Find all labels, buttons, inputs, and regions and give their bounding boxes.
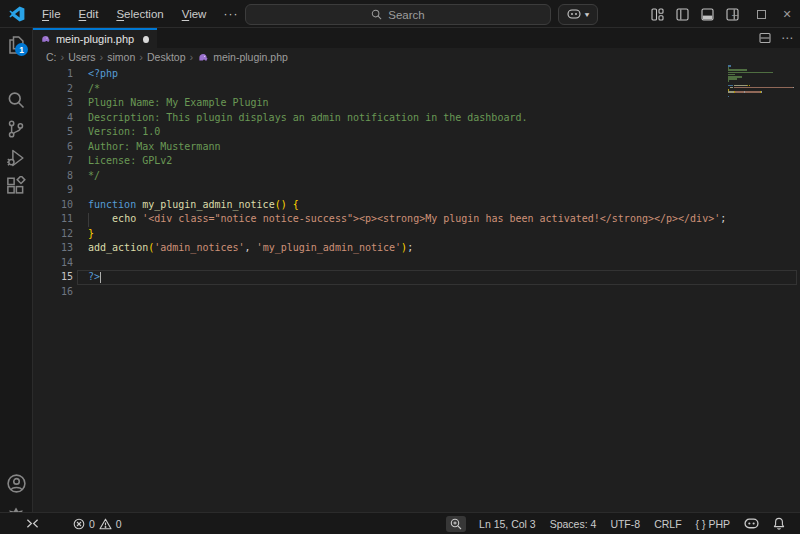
toggle-panel-button[interactable] [695, 0, 720, 28]
code-line[interactable]: add_action('admin_notices', 'my_plugin_a… [88, 241, 726, 256]
remote-indicator-button[interactable] [26, 518, 39, 529]
code-line[interactable] [88, 256, 726, 271]
line-number: 15 [33, 270, 73, 285]
status-cursor-position[interactable]: Ln 15, Col 3 [472, 513, 543, 534]
line-number: 11 [33, 212, 73, 227]
copilot-icon [744, 518, 759, 530]
accounts-button[interactable] [0, 469, 32, 497]
line-number: 1 [33, 67, 73, 82]
code-line[interactable]: echo '<div class="notice notice-success"… [88, 212, 726, 227]
code-line[interactable]: License: GPLv2 [88, 154, 726, 169]
line-number: 7 [33, 154, 73, 169]
minimap[interactable] [728, 65, 798, 100]
line-number: 3 [33, 96, 73, 111]
menu-file[interactable]: File [33, 1, 70, 27]
breadcrumb-item[interactable]: Users [67, 51, 96, 63]
window-controls: – ✕ [722, 0, 800, 28]
explorer-view-button[interactable]: 1 [0, 31, 32, 59]
menu-view[interactable]: View [173, 1, 216, 27]
line-number: 6 [33, 140, 73, 155]
tab-label: mein-plugin.php [56, 33, 134, 45]
status-eol-sequence[interactable]: CRLF [647, 513, 688, 534]
split-editor-button[interactable] [759, 32, 771, 44]
code-line[interactable]: ?> [88, 270, 726, 285]
zoom-status-button[interactable] [446, 516, 466, 532]
line-number: 8 [33, 169, 73, 184]
breadcrumb: C:›Users›simon›Desktop› mein-plugin.php [33, 48, 800, 66]
error-count: 0 [89, 518, 95, 530]
status-bar: 0 0 Ln 15, Col 3Spaces: 4UTF-8CRLF{ } PH… [0, 512, 800, 534]
indent-guide [88, 213, 89, 227]
code-line[interactable]: } [88, 227, 726, 242]
code-line[interactable]: <?php [88, 67, 726, 82]
breadcrumb-separator-icon: › [139, 51, 143, 63]
line-number: 13 [33, 241, 73, 256]
breadcrumb-separator-icon: › [61, 51, 65, 63]
line-number: 12 [33, 227, 73, 242]
line-number: 9 [33, 183, 73, 198]
source-control-view-button[interactable] [0, 115, 32, 143]
breadcrumb-item[interactable]: Desktop [146, 51, 187, 63]
menu-edit[interactable]: Edit [70, 1, 108, 27]
extensions-view-button[interactable] [0, 172, 32, 200]
close-button[interactable]: ✕ [774, 0, 800, 28]
command-center-search[interactable]: Search [245, 4, 551, 25]
menu-bar: FileEditSelectionView [33, 0, 215, 27]
editor-more-actions-button[interactable]: ⋯ [781, 31, 794, 45]
status-indentation[interactable]: Spaces: 4 [543, 513, 604, 534]
text-cursor [100, 272, 101, 283]
modified-dot-icon[interactable] [143, 36, 149, 43]
problems-button[interactable]: 0 0 [73, 518, 122, 530]
code-line[interactable]: /* [88, 82, 726, 97]
bell-icon [773, 517, 785, 530]
notifications-bell-button[interactable] [766, 513, 792, 534]
maximize-button[interactable] [748, 0, 774, 28]
search-placeholder: Search [388, 9, 424, 21]
toggle-primary-sidebar-button[interactable] [670, 0, 695, 28]
activity-bar: 1 [0, 28, 33, 512]
breadcrumb-separator-icon: › [100, 51, 104, 63]
line-number: 4 [33, 111, 73, 126]
php-file-icon [41, 34, 51, 44]
line-number: 2 [33, 82, 73, 97]
code-lines: <?php/*Plugin Name: My Example PluginDes… [88, 67, 726, 299]
php-file-icon [198, 53, 209, 62]
line-number: 5 [33, 125, 73, 140]
code-line[interactable]: Description: This plugin displays an adm… [88, 111, 726, 126]
breadcrumb-file[interactable]: mein-plugin.php [212, 51, 289, 63]
title-bar: FileEditSelectionView ··· ← → Search ▾ [0, 0, 800, 28]
copilot-status-button[interactable] [737, 513, 766, 534]
menu-overflow-button[interactable]: ··· [215, 7, 246, 21]
code-line[interactable]: Plugin Name: My Example Plugin [88, 96, 726, 111]
menu-selection[interactable]: Selection [107, 1, 172, 27]
explorer-badge: 1 [15, 43, 28, 56]
warning-icon [99, 518, 112, 530]
customize-layout-button[interactable] [645, 0, 670, 28]
editor-group: C:›Users›simon›Desktop› mein-plugin.php … [33, 48, 800, 512]
run-debug-view-button[interactable] [0, 144, 32, 172]
copilot-icon [567, 9, 581, 20]
code-line[interactable]: Author: Max Mustermann [88, 140, 726, 155]
search-view-button[interactable] [0, 86, 32, 114]
zoom-in-icon [450, 518, 462, 530]
minimize-button[interactable]: – [722, 0, 748, 28]
vscode-window: FileEditSelectionView ··· ← → Search ▾ [0, 0, 800, 534]
code-line[interactable]: Version: 1.0 [88, 125, 726, 140]
code-line[interactable]: function my_plugin_admin_notice() { [88, 198, 726, 213]
status-language-mode[interactable]: { } PHP [689, 513, 737, 534]
code-line[interactable]: */ [88, 169, 726, 184]
code-editor[interactable]: 12345678910111213141516 <?php/*Plugin Na… [33, 67, 800, 512]
minimap-line [728, 98, 798, 100]
tab-actions: ⋯ [759, 28, 794, 48]
error-icon [73, 518, 85, 530]
code-line[interactable] [88, 183, 726, 198]
copilot-button[interactable]: ▾ [558, 4, 598, 25]
line-number: 14 [33, 256, 73, 271]
code-line[interactable] [88, 285, 726, 300]
breadcrumb-separator-icon: › [189, 51, 193, 63]
tab-mein-plugin[interactable]: mein-plugin.php [33, 28, 157, 48]
breadcrumb-item[interactable]: C: [45, 51, 58, 63]
breadcrumb-item[interactable]: simon [106, 51, 136, 63]
status-encoding[interactable]: UTF-8 [603, 513, 647, 534]
line-number-gutter: 12345678910111213141516 [33, 67, 88, 299]
